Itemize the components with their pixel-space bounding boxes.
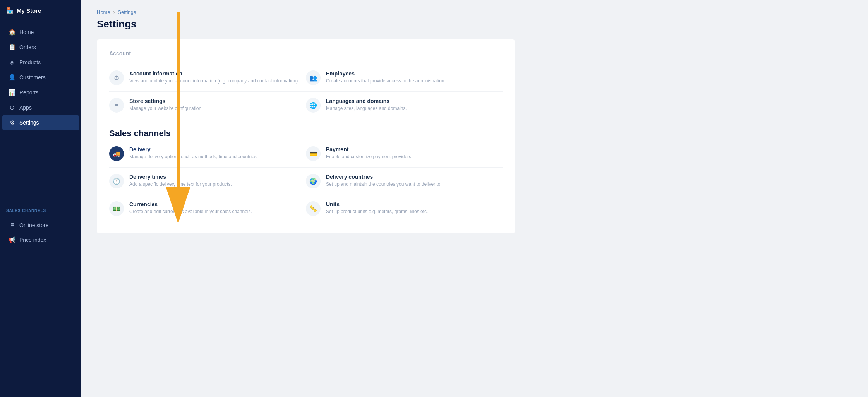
settings-icon-delivery-countries: 🌍 [306,174,321,188]
settings-icon-languages-domains: 🌐 [306,98,321,113]
settings-item-desc-account-info: View and update your account information… [129,78,299,84]
settings-item-title-account-info: Account information [129,70,299,77]
settings-item-text-units: Units Set up product units e.g. meters, … [326,201,428,215]
sales-channels-label: SALES CHANNELS [0,204,81,214]
nav-icon-orders: 📋 [9,44,15,51]
settings-item-text-delivery-countries: Delivery countries Set up and maintain t… [326,174,442,188]
settings-item-text-delivery-times: Delivery times Add a specific delivery t… [129,174,232,188]
settings-icon-delivery-times: 🕐 [109,174,124,188]
sales-channels-nav: 🖥Online store📢Price index [0,214,81,397]
settings-item-text-employees: Employees Create accounts that provide a… [326,70,446,84]
settings-icon-account-info: ⚙ [109,70,124,85]
settings-item-title-units: Units [326,201,428,207]
breadcrumb: Home > Settings [97,9,853,15]
nav-label-reports: Reports [19,89,38,96]
nav-label-customers: Customers [19,74,46,80]
settings-item-text-payment: Payment Enable and customize payment pro… [326,146,412,160]
settings-item-desc-store-settings: Manage your website configuration. [129,105,202,112]
nav-icon-home: 🏠 [9,29,15,36]
nav-label-price-index: Price index [19,237,46,243]
nav-label-products: Products [19,59,41,65]
settings-item-desc-employees: Create accounts that provide access to t… [326,78,446,84]
settings-item-title-store-settings: Store settings [129,98,202,104]
sidebar-item-apps[interactable]: ⊙Apps [2,100,79,115]
nav-label-online-store: Online store [19,222,48,228]
settings-item-desc-languages-domains: Manage sites, languages and domains. [326,105,407,112]
sales-channels-section-title: Sales channels [109,128,503,139]
nav-icon-online-store: 🖥 [9,222,15,228]
sidebar-item-products[interactable]: ◈Products [2,55,79,70]
settings-item-desc-payment: Enable and customize payment providers. [326,154,412,160]
sidebar-item-orders[interactable]: 📋Orders [2,40,79,55]
sidebar-item-online-store[interactable]: 🖥Online store [2,218,79,232]
logo-text: My Store [17,7,41,14]
settings-item-store-settings[interactable]: 🖥 Store settings Manage your website con… [109,92,306,119]
settings-item-title-payment: Payment [326,146,412,152]
settings-item-title-delivery-countries: Delivery countries [326,174,442,180]
settings-icon-currencies: 💵 [109,201,124,216]
settings-item-desc-currencies: Create and edit currencies available in … [129,209,252,215]
nav-label-home: Home [19,29,34,35]
settings-item-text-account-info: Account information View and update your… [129,70,299,84]
settings-item-title-currencies: Currencies [129,201,252,207]
settings-item-employees[interactable]: 👥 Employees Create accounts that provide… [306,64,503,92]
settings-item-text-languages-domains: Languages and domains Manage sites, lang… [326,98,407,112]
main-content: Home > Settings Settings Account ⚙ Accou… [81,0,868,397]
settings-item-desc-delivery: Manage delivery options such as methods,… [129,154,258,160]
settings-item-delivery-countries[interactable]: 🌍 Delivery countries Set up and maintain… [306,168,503,195]
settings-item-title-languages-domains: Languages and domains [326,98,407,104]
breadcrumb-current: Settings [118,9,136,15]
sidebar-logo: 🏪 My Store [0,0,81,21]
page-title: Settings [97,18,853,30]
settings-item-title-employees: Employees [326,70,446,77]
settings-icon-store-settings: 🖥 [109,98,124,113]
breadcrumb-separator: > [113,9,116,15]
settings-item-account-info[interactable]: ⚙ Account information View and update yo… [109,64,306,92]
nav-label-orders: Orders [19,44,36,50]
settings-icon-units: 📏 [306,201,321,216]
nav-label-settings: Settings [19,120,39,126]
nav-icon-reports: 📊 [9,89,15,96]
settings-item-delivery[interactable]: 🚚 Delivery Manage delivery options such … [109,140,306,168]
settings-item-title-delivery-times: Delivery times [129,174,232,180]
sidebar-item-home[interactable]: 🏠Home [2,25,79,39]
settings-item-text-currencies: Currencies Create and edit currencies av… [129,201,252,215]
sidebar-item-settings[interactable]: ⚙Settings [2,115,79,130]
nav-icon-apps: ⊙ [9,104,15,111]
logo-icon: 🏪 [6,7,14,14]
sidebar: 🏪 My Store 🏠Home📋Orders◈Products👤Custome… [0,0,81,397]
settings-item-desc-units: Set up product units e.g. meters, grams,… [326,209,428,215]
nav-icon-products: ◈ [9,59,15,66]
settings-item-text-store-settings: Store settings Manage your website confi… [129,98,202,112]
settings-item-desc-delivery-countries: Set up and maintain the countries you wa… [326,181,442,188]
settings-item-desc-delivery-times: Add a specific delivery time text for yo… [129,181,232,188]
nav-icon-price-index: 📢 [9,236,15,243]
breadcrumb-home[interactable]: Home [97,9,110,15]
nav-icon-settings: ⚙ [9,119,15,126]
settings-icon-delivery: 🚚 [109,146,124,161]
sidebar-item-customers[interactable]: 👤Customers [2,70,79,85]
sidebar-item-price-index[interactable]: 📢Price index [2,233,79,247]
settings-item-units[interactable]: 📏 Units Set up product units e.g. meters… [306,195,503,222]
settings-item-text-delivery: Delivery Manage delivery options such as… [129,146,258,160]
sidebar-item-reports[interactable]: 📊Reports [2,85,79,100]
sales-channels-grid: 🚚 Delivery Manage delivery options such … [109,140,503,222]
settings-item-delivery-times[interactable]: 🕐 Delivery times Add a specific delivery… [109,168,306,195]
nav-label-apps: Apps [19,104,32,111]
settings-item-currencies[interactable]: 💵 Currencies Create and edit currencies … [109,195,306,222]
settings-item-title-delivery: Delivery [129,146,258,152]
account-section-title: Account [109,50,503,56]
settings-icon-payment: 💳 [306,146,321,161]
account-settings-grid: ⚙ Account information View and update yo… [109,64,503,119]
sidebar-navigation: 🏠Home📋Orders◈Products👤Customers📊Reports⊙… [0,21,81,204]
settings-item-languages-domains[interactable]: 🌐 Languages and domains Manage sites, la… [306,92,503,119]
settings-icon-employees: 👥 [306,70,321,85]
nav-icon-customers: 👤 [9,74,15,81]
settings-item-payment[interactable]: 💳 Payment Enable and customize payment p… [306,140,503,168]
settings-card: Account ⚙ Account information View and u… [97,39,515,233]
